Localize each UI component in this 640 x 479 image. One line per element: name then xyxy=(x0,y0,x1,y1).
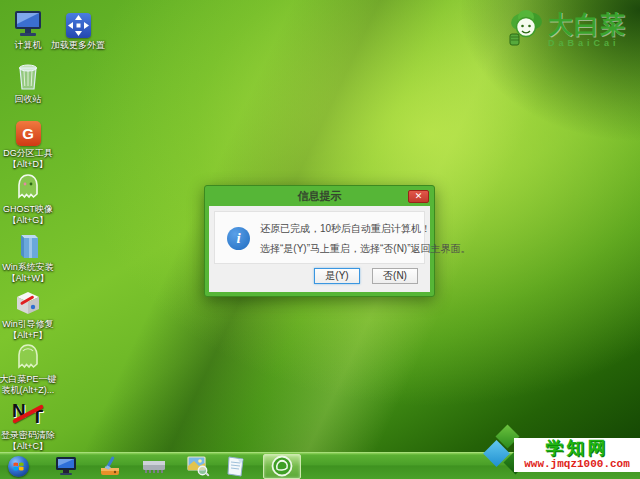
icon-label: GHOST映像 【Alt+G】 xyxy=(0,204,60,226)
desktop-icon-load-more[interactable]: 加载更多外置 xyxy=(40,4,116,51)
cabbage-mascot-icon xyxy=(508,8,544,50)
desktop-icon-recycle-bin[interactable]: 回收站 xyxy=(0,58,60,105)
taskbar-computer-button[interactable] xyxy=(53,454,79,478)
memory-chip-icon xyxy=(142,458,166,474)
info-icon: i xyxy=(227,227,250,250)
start-button[interactable] xyxy=(5,454,31,478)
taskbar-notepad-button[interactable] xyxy=(225,454,247,478)
computer-icon xyxy=(55,456,77,476)
taskbar-memory-button[interactable] xyxy=(141,454,167,478)
image-viewer-icon xyxy=(186,455,210,477)
icon-label: 登录密码清除 【Alt+C】 xyxy=(0,430,60,452)
load-more-icon xyxy=(40,4,116,38)
desktop-icon-ghost-image[interactable]: GHOST映像 【Alt+G】 xyxy=(0,168,60,226)
dabaicai-logo: 大白菜 DaBaiCai xyxy=(508,8,626,50)
dabaicai-active-icon xyxy=(271,455,293,477)
logo-title: 大白菜 xyxy=(548,11,626,37)
desktop-icon-dabaicai-pe[interactable]: 大白菜PE一键 装机(Alt+Z)... xyxy=(0,338,60,396)
logo-subtitle: DaBaiCai xyxy=(548,38,626,48)
watermark-site-name: 学知网 xyxy=(514,438,640,458)
dabaicai-pe-icon xyxy=(0,338,60,372)
taskbar-active-dabaicai-button[interactable] xyxy=(263,454,301,479)
dialog-body: i 还原已完成，10秒后自动重启计算机！ 选择“是(Y)”马上重启，选择“否(N… xyxy=(209,206,430,292)
desktop-icon-win-boot-repair[interactable]: Win引导修复 【Alt+F】 xyxy=(0,283,60,341)
watermark: 学知网 www.jmqz1000.com xyxy=(514,438,640,472)
taskbar-image-viewer-button[interactable] xyxy=(185,454,211,478)
close-icon[interactable]: ✕ xyxy=(408,190,429,203)
icon-label: 回收站 xyxy=(0,94,60,105)
taskbar-disk-cleaner-button[interactable] xyxy=(97,454,123,478)
ghost-icon xyxy=(0,168,60,202)
disk-cleaner-icon xyxy=(98,455,122,477)
message-line-1: 还原已完成，10秒后自动重启计算机！ xyxy=(260,222,431,236)
win-boot-repair-icon xyxy=(0,283,60,317)
message-panel: i 还原已完成，10秒后自动重启计算机！ 选择“是(Y)”马上重启，选择“否(N… xyxy=(214,211,425,264)
icon-label: 加载更多外置 xyxy=(40,40,116,51)
desktop: 计算机 加载更多外置 回收站 xyxy=(0,0,640,479)
desktop-icon-win-install[interactable]: Win系统安装 【Alt+W】 xyxy=(0,226,60,284)
dg-partition-icon: G xyxy=(0,112,60,146)
dialog-title: 信息提示 xyxy=(205,186,434,206)
icon-label: Win系统安装 【Alt+W】 xyxy=(0,262,60,284)
notepad-icon xyxy=(227,456,245,477)
start-icon xyxy=(8,456,29,477)
password-clear-icon: N T xyxy=(0,394,60,428)
icon-label: 大白菜PE一键 装机(Alt+Z)... xyxy=(0,374,60,396)
win-install-icon xyxy=(0,226,60,260)
recycle-bin-icon xyxy=(0,58,60,92)
desktop-icon-dg-partition[interactable]: G DG分区工具 【Alt+D】 xyxy=(0,112,60,170)
yes-button[interactable]: 是(Y) xyxy=(314,268,360,284)
info-dialog: 信息提示 ✕ i 还原已完成，10秒后自动重启计算机！ 选择“是(Y)”马上重启… xyxy=(204,185,435,297)
watermark-site-url: www.jmqz1000.com xyxy=(514,458,640,470)
desktop-icon-password-clear[interactable]: N T 登录密码清除 【Alt+C】 xyxy=(0,394,60,452)
no-button[interactable]: 否(N) xyxy=(372,268,418,284)
message-line-2: 选择“是(Y)”马上重启，选择“否(N)”返回主界面。 xyxy=(260,242,471,256)
icon-label: DG分区工具 【Alt+D】 xyxy=(0,148,60,170)
